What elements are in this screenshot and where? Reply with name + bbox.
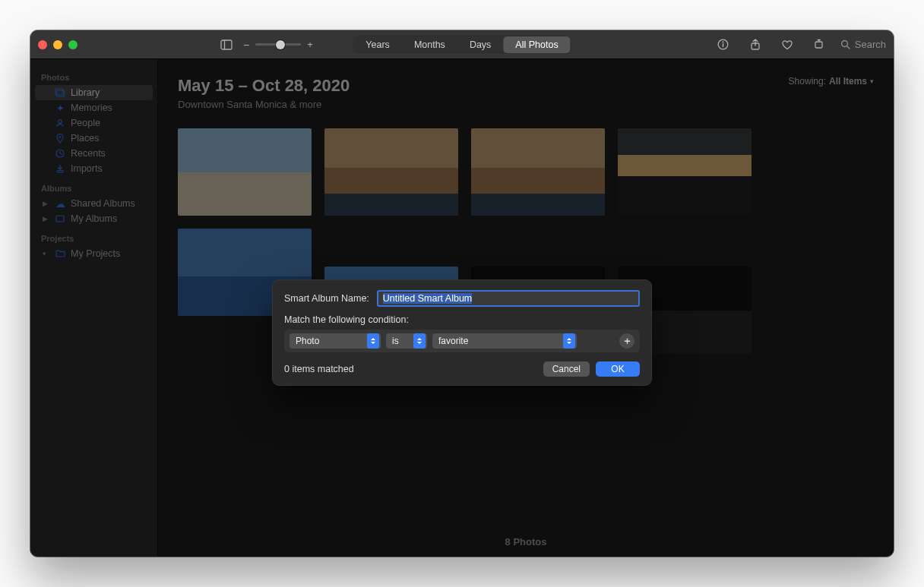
criteria-value-value: favorite (438, 336, 468, 346)
zoom-plus[interactable]: + (305, 39, 315, 50)
rotate-button[interactable] (808, 36, 830, 54)
segment-years[interactable]: Years (353, 36, 402, 53)
toolbar-left: − + (216, 36, 315, 54)
zoom-minus[interactable]: − (242, 39, 251, 51)
stepper-arrows-icon (413, 333, 426, 349)
app-body: Photos Library ✦ Memories People Places … (30, 59, 894, 557)
criteria-value-select[interactable]: favorite (432, 333, 577, 349)
segment-months[interactable]: Months (402, 36, 457, 53)
svg-rect-6 (815, 42, 822, 48)
view-segmented-control: Years Months Days All Photos (353, 36, 571, 54)
cancel-button[interactable]: Cancel (543, 361, 590, 377)
toolbar-right: Search (713, 36, 886, 54)
criteria-field-value: Photo (296, 336, 319, 346)
stepper-arrows-icon (367, 333, 379, 349)
svg-point-3 (723, 41, 724, 43)
segment-all-photos[interactable]: All Photos (503, 36, 570, 53)
titlebar: − + Years Months Days All Photos (30, 30, 894, 59)
share-button[interactable] (745, 36, 766, 54)
smart-album-name-label: Smart Album Name: (284, 293, 369, 304)
criteria-field-select[interactable]: Photo (290, 333, 381, 349)
add-condition-button[interactable]: ＋ (619, 333, 634, 349)
search-field[interactable]: Search (840, 39, 886, 50)
criteria-op-value: is (392, 336, 399, 346)
minimize-window-button[interactable] (53, 40, 62, 49)
stepper-arrows-icon (563, 333, 575, 349)
smart-album-name-input[interactable] (377, 290, 640, 307)
smart-album-sheet: Smart Album Name: Match the following co… (272, 279, 652, 386)
condition-label: Match the following condition: (284, 314, 640, 325)
window-controls (38, 40, 78, 49)
svg-line-8 (846, 46, 850, 49)
criteria-op-select[interactable]: is (386, 333, 427, 349)
photos-app-window: − + Years Months Days All Photos (30, 30, 894, 557)
svg-rect-4 (723, 43, 723, 47)
search-icon (840, 39, 850, 49)
search-placeholder: Search (855, 39, 886, 50)
items-matched-label: 0 items matched (284, 364, 354, 374)
thumbnail-size-slider[interactable] (255, 39, 301, 51)
segment-days[interactable]: Days (457, 36, 503, 53)
svg-rect-0 (221, 40, 232, 49)
zoom-window-button[interactable] (68, 40, 78, 49)
condition-row: Photo is favorite ＋ (284, 330, 640, 352)
ok-button[interactable]: OK (596, 361, 640, 377)
close-window-button[interactable] (38, 40, 47, 49)
favorite-button[interactable] (777, 36, 798, 54)
info-button[interactable] (713, 36, 734, 54)
sidebar-toggle-button[interactable] (216, 36, 237, 54)
